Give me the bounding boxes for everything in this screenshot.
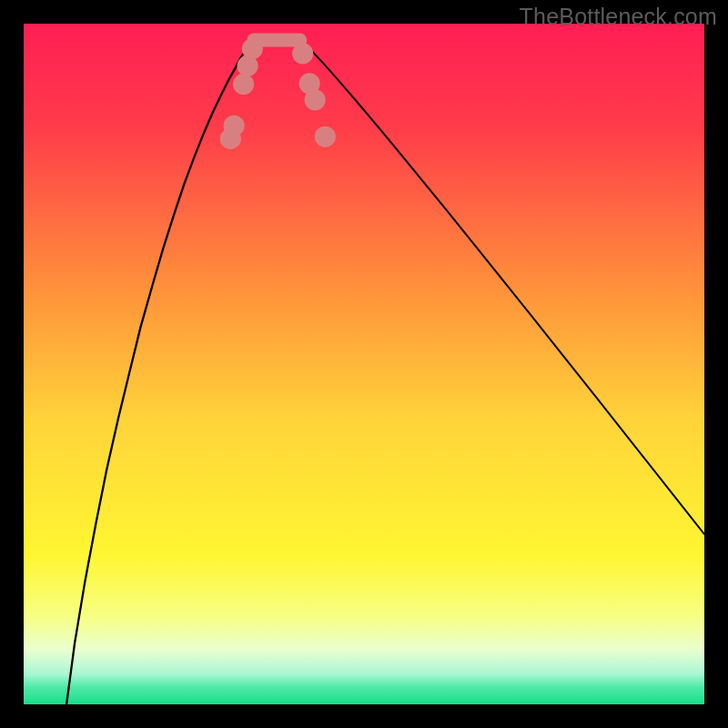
chart-curves (24, 24, 704, 704)
curve-right-branch (300, 40, 704, 534)
chart-frame: TheBottleneck.com (0, 0, 728, 728)
data-marker (318, 129, 333, 144)
data-marker (237, 77, 251, 92)
data-marker (246, 42, 260, 56)
watermark-text: TheBottleneck.com (520, 4, 717, 30)
data-marker (308, 93, 322, 107)
data-marker (302, 76, 317, 91)
plot-area (24, 24, 704, 704)
data-marker (227, 118, 241, 133)
data-marker (240, 59, 255, 74)
data-marker (296, 46, 310, 61)
